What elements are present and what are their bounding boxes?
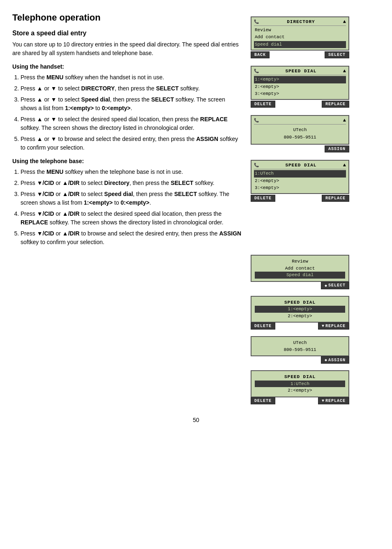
intro-text: You can store up to 10 directory entries… xyxy=(12,40,242,58)
base-delete-softkey-2[interactable]: DELETE xyxy=(251,397,275,404)
page-number: 50 xyxy=(12,417,380,423)
handset-screen-2: 📞 SPEED DIAL ▲ 1:<empty> 2:<empty> 3:<em… xyxy=(251,66,349,109)
assign-softkey-1[interactable]: ASSIGN xyxy=(325,145,349,152)
base-title-4: SPEED DIAL xyxy=(255,374,345,381)
handset-screen-3: 📞 ▲ UTech 800-595-9511 ASSIGN xyxy=(251,115,349,154)
base-lcd-4: SPEED DIAL 1:UTech 2:<empty> xyxy=(251,370,349,397)
base-replace-softkey-2[interactable]: ▼ REPLACE xyxy=(318,397,349,404)
lcd-row-1utech: 1:UTech xyxy=(254,170,346,177)
handset-screens-column: 📞 DIRECTORY ▲ Review Add contact Speed d… xyxy=(251,12,349,251)
lcd-row-addcontact-1: Add contact xyxy=(254,34,346,41)
lcd-row-speeddial-1: Speed dial xyxy=(254,41,346,48)
base-screen-3: UTech 800-595-9511 ◆ ASSIGN xyxy=(251,336,349,365)
back-softkey[interactable]: BACK xyxy=(251,51,270,58)
lcd-title-1: DIRECTORY xyxy=(259,19,343,24)
lcd-display-1: 📞 DIRECTORY ▲ Review Add contact Speed d… xyxy=(251,16,349,51)
up-arrow-icon-4: ▲ xyxy=(343,162,346,168)
select-softkey-1[interactable]: SELECT xyxy=(325,51,349,58)
base-heading: Using the telephone base: xyxy=(12,158,242,164)
base-row-addcontact: Add contact xyxy=(255,265,345,272)
handset-heading: Using the handset: xyxy=(12,63,242,70)
replace-softkey-2[interactable]: REPLACE xyxy=(322,195,349,202)
base-name-utech: UTech xyxy=(255,339,345,346)
handset-step-2: Press ▲ or ▼ to select DIRECTORY, then p… xyxy=(21,84,242,93)
lcd-row-2empty-b: 2:<empty> xyxy=(254,178,346,185)
lcd-number-utech: 800-595-9511 xyxy=(254,134,346,142)
delete-softkey-2[interactable]: DELETE xyxy=(251,195,275,202)
base-screen-2: SPEED DIAL 1:<empty> 2:<empty> DELETE ▼ … xyxy=(251,296,349,332)
base-row-1utech: 1:UTech xyxy=(255,381,345,388)
lcd-display-3: 📞 ▲ UTech 800-595-9511 xyxy=(251,115,349,145)
base-step-3: Press ▼/CID or ▲/DIR to select Speed dia… xyxy=(21,190,242,207)
lcd-row-review-1: Review xyxy=(254,27,346,34)
bottom-layout: Review Add contact Speed dial ◆ SELECT S… xyxy=(12,255,380,408)
handset-step-1: Press the MENU softkey when the handset … xyxy=(21,73,242,82)
base-step-5: Press ▼/CID or ▲/DIR to browse and selec… xyxy=(21,229,242,247)
handset-screen-4: 📞 SPEED DIAL ▲ 1:UTech 2:<empty> 3:<empt… xyxy=(251,160,349,203)
up-arrow-icon-3: ▲ xyxy=(343,118,346,123)
base-lcd-3: UTech 800-595-9511 xyxy=(251,336,349,356)
lcd-display-2: 📞 SPEED DIAL ▲ 1:<empty> 2:<empty> 3:<em… xyxy=(251,66,349,100)
lcd-softkeys-2: DELETE REPLACE xyxy=(251,101,349,108)
base-row-2empty-b: 2:<empty> xyxy=(255,387,345,394)
page-title: Telephone operation xyxy=(12,12,242,23)
lcd-softkeys-1: BACK SELECT xyxy=(251,51,349,58)
base-softkeys-2: DELETE ▼ REPLACE xyxy=(251,323,349,330)
phone-icon-4: 📞 xyxy=(254,163,259,168)
handset-step-5: Press ▲ or ▼ to browse and select the de… xyxy=(21,135,242,152)
base-screens-column: Review Add contact Speed dial ◆ SELECT S… xyxy=(251,255,349,408)
base-lcd-2: SPEED DIAL 1:<empty> 2:<empty> xyxy=(251,296,349,323)
lcd-title-4: SPEED DIAL xyxy=(259,163,343,168)
replace-softkey-1[interactable]: REPLACE xyxy=(322,101,349,108)
lcd-title-2: SPEED DIAL xyxy=(259,69,343,74)
handset-steps-list: Press the MENU softkey when the handset … xyxy=(12,73,242,152)
delete-softkey-1[interactable]: DELETE xyxy=(251,101,275,108)
handset-step-3: Press ▲ or ▼ to select Speed dial, then … xyxy=(21,95,242,113)
base-assign-softkey[interactable]: ◆ ASSIGN xyxy=(321,356,349,364)
base-lcd-1: Review Add contact Speed dial xyxy=(251,255,349,282)
base-row-2empty: 2:<empty> xyxy=(255,313,345,320)
base-softkeys-3: ◆ ASSIGN xyxy=(251,356,349,364)
base-delete-softkey-1[interactable]: DELETE xyxy=(251,323,275,330)
base-select-softkey-1[interactable]: ◆ SELECT xyxy=(321,282,349,289)
lcd-display-4: 📞 SPEED DIAL ▲ 1:UTech 2:<empty> 3:<empt… xyxy=(251,160,349,194)
base-replace-softkey-1[interactable]: ▼ REPLACE xyxy=(318,323,349,330)
base-row-speeddial: Speed dial xyxy=(255,272,345,279)
phone-icon-3: 📞 xyxy=(254,118,259,123)
lcd-name-utech: UTech xyxy=(254,125,346,134)
base-number-utech: 800-595-9511 xyxy=(255,346,345,353)
lcd-softkeys-3: ASSIGN xyxy=(251,145,349,152)
base-step-2: Press ▼/CID or ▲/DIR to select Directory… xyxy=(21,179,242,187)
base-screen-4: SPEED DIAL 1:UTech 2:<empty> DELETE ▼ RE… xyxy=(251,370,349,406)
lcd-row-3empty: 3:<empty> xyxy=(254,90,346,97)
lcd-row-2empty: 2:<empty> xyxy=(254,83,346,90)
lcd-softkeys-4: DELETE REPLACE xyxy=(251,195,349,202)
base-row-review: Review xyxy=(255,258,345,265)
up-arrow-icon-2: ▲ xyxy=(343,68,346,74)
phone-icon: 📞 xyxy=(254,19,259,24)
base-softkeys-1: ◆ SELECT xyxy=(251,282,349,289)
base-steps-list: Press the MENU softkey when the telephon… xyxy=(12,168,242,247)
base-title-2: SPEED DIAL xyxy=(255,299,345,306)
base-step-4: Press ▼/CID or ▲/DIR to select the desir… xyxy=(21,210,242,227)
phone-icon-2: 📞 xyxy=(254,69,259,74)
base-step-1: Press the MENU softkey when the telephon… xyxy=(21,168,242,176)
base-row-1empty: 1:<empty> xyxy=(255,306,345,313)
lcd-row-3empty-b: 3:<empty> xyxy=(254,185,346,191)
text-column: Telephone operation Store a speed dial e… xyxy=(12,12,242,251)
up-arrow-icon: ▲ xyxy=(343,19,346,25)
lcd-row-1empty: 1:<empty> xyxy=(254,76,346,83)
handset-screen-1: 📞 DIRECTORY ▲ Review Add contact Speed d… xyxy=(251,16,349,60)
bottom-text-filler xyxy=(12,255,242,408)
section-heading: Store a speed dial entry xyxy=(12,30,242,37)
base-softkeys-4: DELETE ▼ REPLACE xyxy=(251,397,349,404)
base-screen-1: Review Add contact Speed dial ◆ SELECT xyxy=(251,255,349,291)
handset-step-4: Press ▲ or ▼ to select the desired speed… xyxy=(21,115,242,132)
